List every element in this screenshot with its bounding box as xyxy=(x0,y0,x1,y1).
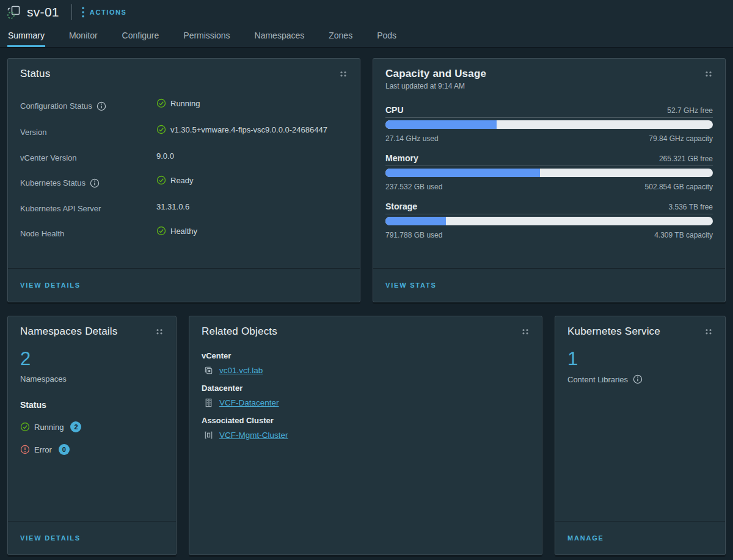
running-count-badge: 2 xyxy=(70,421,81,432)
drag-handle-icon[interactable] xyxy=(155,325,164,337)
memory-usage-bar xyxy=(385,169,713,177)
storage-used: 791.788 GB used xyxy=(385,231,442,239)
namespaces-card-footer: VIEW DETAILS xyxy=(8,521,176,555)
related-cluster-group: Associated Cluster VCF-Mgmt-Cluster xyxy=(202,416,530,440)
status-row-kubernetes-status: Kubernetes Status xyxy=(20,175,348,191)
header-divider xyxy=(71,4,72,20)
running-label: Running xyxy=(34,423,64,432)
drag-handle-icon[interactable] xyxy=(704,325,713,337)
success-icon xyxy=(156,225,166,241)
storage-metric: Storage 3.536 TB free 791.788 GB used 4.… xyxy=(385,202,713,239)
error-icon xyxy=(20,445,30,454)
kebab-menu-icon xyxy=(82,7,84,18)
status-row-node-health: Node Health Healthy xyxy=(20,226,348,241)
cpu-free: 52.7 GHz free xyxy=(667,106,713,115)
namespaces-error-row: Error 0 xyxy=(20,444,164,455)
summary-content: Status Configuration Status xyxy=(0,48,733,555)
content-libraries-label: Content Libraries xyxy=(567,375,628,384)
namespaces-card-title: Namespaces Details xyxy=(20,325,118,338)
view-details-button[interactable]: VIEW DETAILS xyxy=(20,282,81,289)
content-libraries-count: 1 xyxy=(567,348,713,370)
node-health-value: Healthy xyxy=(156,224,348,241)
kubernetes-service-card-title: Kubernetes Service xyxy=(567,325,660,338)
kubernetes-service-card-footer: MANAGE xyxy=(555,521,725,555)
version-label: Version xyxy=(20,126,46,138)
info-icon[interactable] xyxy=(97,101,106,111)
vcenter-group-label: vCenter xyxy=(202,351,530,360)
node-health-label: Node Health xyxy=(20,228,64,239)
cpu-used: 27.14 GHz used xyxy=(385,134,439,143)
namespaces-details-card: Namespaces Details 2 Namespaces Status xyxy=(7,316,177,555)
capacity-card-title: Capacity and Usage xyxy=(385,68,486,80)
page-title: sv-01 xyxy=(27,5,59,20)
memory-label: Memory xyxy=(385,153,418,163)
cpu-metric: CPU 52.7 GHz free 27.14 GHz used 79.84 G… xyxy=(385,105,713,143)
version-value: v1.30.5+vmware.4-fips-vsc9.0.0.0-2468644… xyxy=(156,122,348,140)
manage-button[interactable]: MANAGE xyxy=(567,534,604,542)
namespaces-running-row: Running 2 xyxy=(20,421,164,432)
cpu-capacity: 79.84 GHz capacity xyxy=(649,134,713,143)
capacity-card-footer: VIEW STATS xyxy=(373,268,725,302)
namespaces-status-heading: Status xyxy=(20,400,164,410)
capacity-last-updated: Last updated at 9:14 AM xyxy=(385,82,486,90)
kubernetes-service-card: Kubernetes Service 1 Content Libraries xyxy=(555,316,726,555)
vcenter-version-value: 9.0.0 xyxy=(156,148,348,164)
kubernetes-api-server-value: 31.31.0.6 xyxy=(156,199,348,215)
error-count-badge: 0 xyxy=(59,444,70,455)
vcenter-version-label: vCenter Version xyxy=(20,152,77,164)
success-icon xyxy=(156,98,166,114)
cpu-label: CPU xyxy=(385,105,404,115)
cluster-icon xyxy=(203,430,214,440)
success-icon xyxy=(156,175,166,191)
related-vcenter-group: vCenter vc01.vcf.lab xyxy=(202,351,530,376)
kubernetes-api-server-label: Kubernetes API Server xyxy=(20,203,101,214)
tab-namespaces[interactable]: Namespaces xyxy=(254,24,305,47)
tab-bar: Summary Monitor Configure Permissions Na… xyxy=(0,24,733,48)
datacenter-icon xyxy=(203,398,214,408)
related-objects-card: Related Objects vCenter xyxy=(189,316,542,555)
drag-handle-icon[interactable] xyxy=(339,68,348,79)
drag-handle-icon[interactable] xyxy=(521,325,530,337)
status-row-vcenter-version: vCenter Version 9.0.0 xyxy=(20,151,348,164)
cpu-usage-bar xyxy=(385,120,713,129)
tab-pods[interactable]: Pods xyxy=(376,24,397,47)
memory-used: 237.532 GB used xyxy=(385,183,442,191)
vcenter-link[interactable]: vc01.vcf.lab xyxy=(219,366,263,375)
drag-handle-icon[interactable] xyxy=(704,68,713,79)
memory-capacity: 502.854 GB capacity xyxy=(645,183,713,191)
memory-free: 265.321 GB free xyxy=(659,155,713,163)
cpu-usage-bar-fill xyxy=(385,120,497,129)
tab-configure[interactable]: Configure xyxy=(122,24,160,47)
tab-permissions[interactable]: Permissions xyxy=(183,24,230,47)
storage-usage-bar-fill xyxy=(385,217,446,225)
view-stats-button[interactable]: VIEW STATS xyxy=(385,282,437,289)
actions-button[interactable]: ACTIONS xyxy=(82,7,127,18)
error-label: Error xyxy=(34,445,52,454)
configuration-status-label: Configuration Status xyxy=(20,100,92,112)
info-icon[interactable] xyxy=(633,374,643,384)
tab-summary[interactable]: Summary xyxy=(7,24,45,47)
associated-cluster-link[interactable]: VCF-Mgmt-Cluster xyxy=(219,431,288,440)
datacenter-link[interactable]: VCF-Datacenter xyxy=(219,398,279,407)
info-icon[interactable] xyxy=(90,178,100,188)
datacenter-group-label: Datacenter xyxy=(202,384,530,393)
view-details-button[interactable]: VIEW DETAILS xyxy=(20,534,81,542)
kubernetes-status-value: Ready xyxy=(156,173,348,191)
status-card-footer: VIEW DETAILS xyxy=(8,268,360,302)
status-card-title: Status xyxy=(20,68,50,80)
success-icon xyxy=(156,124,166,140)
memory-metric: Memory 265.321 GB free 237.532 GB used 5… xyxy=(385,153,713,191)
memory-usage-bar-fill xyxy=(385,169,540,177)
vcenter-icon xyxy=(203,365,214,376)
namespaces-count-label: Namespaces xyxy=(20,374,164,384)
status-row-version: Version v1.30.5+vmware.4-fips-vsc9.0.0.0… xyxy=(20,125,348,140)
capacity-usage-card: Capacity and Usage Last updated at 9:14 … xyxy=(373,58,726,302)
tab-zones[interactable]: Zones xyxy=(328,24,353,47)
object-header: sv-01 ACTIONS xyxy=(0,0,733,24)
success-icon xyxy=(20,422,30,432)
status-row-configuration-status: Configuration Status xyxy=(20,98,348,114)
storage-label: Storage xyxy=(385,202,417,211)
storage-usage-bar xyxy=(385,217,713,225)
tab-monitor[interactable]: Monitor xyxy=(68,24,98,47)
related-objects-card-title: Related Objects xyxy=(202,325,277,338)
